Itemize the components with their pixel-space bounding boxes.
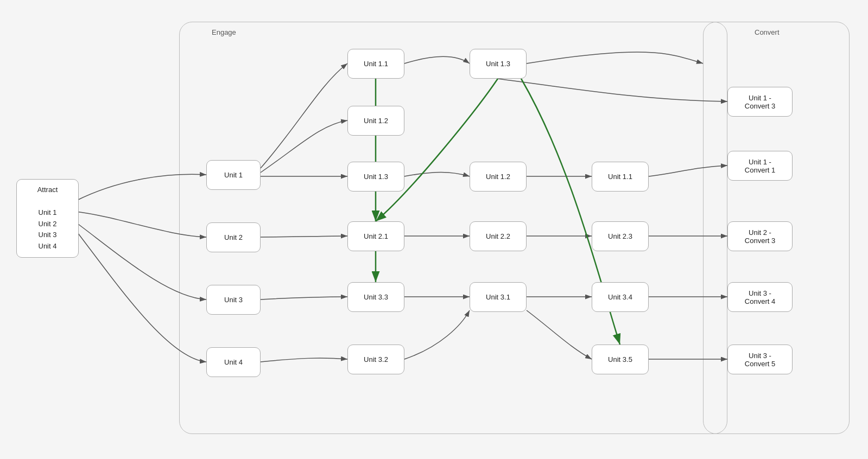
convert4-node[interactable]: Unit 3 - Convert 4 <box>727 282 793 312</box>
unit3-2-node[interactable]: Unit 3.2 <box>347 345 404 374</box>
engage-label: Engage <box>212 28 236 36</box>
unit2-2-node[interactable]: Unit 2.2 <box>470 221 527 251</box>
unit1-3a-node[interactable]: Unit 1.3 <box>347 162 404 192</box>
unit1-1b-node[interactable]: Unit 1.1 <box>592 162 649 192</box>
unit3-3-node[interactable]: Unit 3.3 <box>347 282 404 312</box>
unit1-1-top-node[interactable]: Unit 1.1 <box>347 49 404 79</box>
diagram-container: Engage Convert <box>0 0 868 459</box>
convert1-node[interactable]: Unit 1 - Convert 1 <box>727 151 793 181</box>
unit4-node[interactable]: Unit 4 <box>206 347 261 377</box>
convert3a-node[interactable]: Unit 1 - Convert 3 <box>727 87 793 117</box>
unit1-3b-node[interactable]: Unit 1.3 <box>470 49 527 79</box>
attract-node[interactable]: Attract Unit 1 Unit 2 Unit 3 Unit 4 <box>16 179 79 258</box>
unit2-node[interactable]: Unit 2 <box>206 222 261 252</box>
unit1-node[interactable]: Unit 1 <box>206 160 261 190</box>
convert5-node[interactable]: Unit 3 - Convert 5 <box>727 345 793 374</box>
unit3-5-node[interactable]: Unit 3.5 <box>592 345 649 374</box>
convert-label: Convert <box>755 28 780 36</box>
unit3-node[interactable]: Unit 3 <box>206 285 261 315</box>
unit2-1-node[interactable]: Unit 2.1 <box>347 221 404 251</box>
unit1-2a-node[interactable]: Unit 1.2 <box>347 106 404 136</box>
unit1-2b-node[interactable]: Unit 1.2 <box>470 162 527 192</box>
unit3-1-node[interactable]: Unit 3.1 <box>470 282 527 312</box>
unit2-3-node[interactable]: Unit 2.3 <box>592 221 649 251</box>
convert3b-node[interactable]: Unit 2 - Convert 3 <box>727 221 793 251</box>
unit3-4-node[interactable]: Unit 3.4 <box>592 282 649 312</box>
